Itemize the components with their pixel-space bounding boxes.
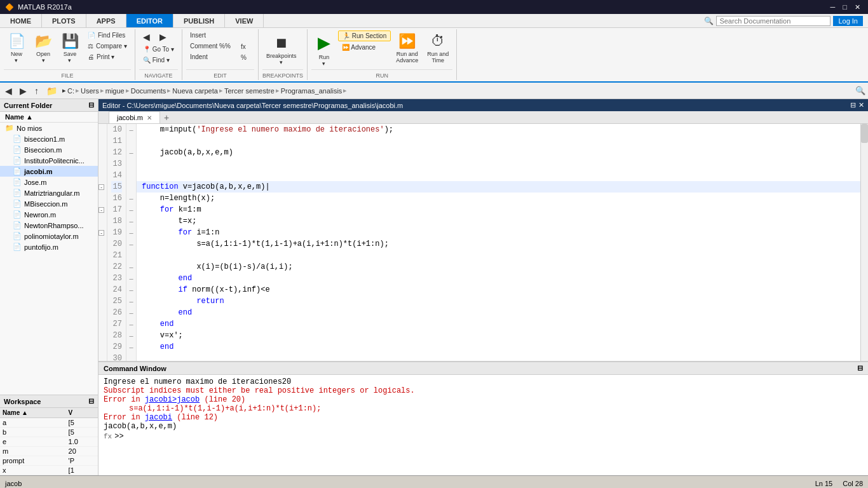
open-button[interactable]: 📂 Open▾ [31,30,56,66]
advance-button[interactable]: ⏩ Advance [338,43,391,52]
linenum-17: 17 [111,204,122,215]
new-button[interactable]: 📄 New▾ [4,30,29,66]
run-button[interactable]: ▶ Run▾ [311,30,337,69]
file-item-matriz[interactable]: 📄 Matriztriangular.m [0,187,98,198]
line-numbers: 10 11 12 13 14 15 16 17 18 19 20 21 22 2… [107,124,126,361]
fold-box-19[interactable]: - [98,230,104,236]
breadcrumb-nueva[interactable]: Nueva carpeta [172,87,218,95]
comment-button[interactable]: Comment %% [186,41,234,51]
tab-publish[interactable]: PUBLISH [173,14,225,27]
file-item-mbiseccion[interactable]: 📄 MBiseccion.m [0,198,98,209]
fold-box-15[interactable]: - [98,184,104,190]
breadcrumb-search-icon[interactable]: 🔍 [855,86,865,95]
search-doc-area: 🔍 Log In [699,14,868,27]
tab-add-button[interactable]: + [161,112,172,123]
fx-button[interactable]: fx [237,42,250,51]
file-item-biseccion[interactable]: 📄 Biseccion.m [0,144,98,155]
breadcrumb-c[interactable]: C: [67,87,74,95]
tab-apps[interactable]: APPS [86,14,126,27]
save-button[interactable]: 💾 Save▾ [57,30,83,66]
workspace-row-b[interactable]: b [5 [0,428,98,437]
back-button[interactable]: ◀ [139,30,154,43]
find-button[interactable]: 🔍 Find ▾ [139,55,178,65]
run-and-advance-button[interactable]: ⏩ Run andAdvance [392,30,422,66]
cmd-link-jacobi-jacob[interactable]: jacobi>jacob [145,395,200,404]
current-folder-collapse[interactable]: ⊟ [88,101,94,109]
close-button[interactable]: ✕ [852,3,863,11]
file-item-puntofijo[interactable]: 📄 puntofijo.m [0,241,98,252]
fold-19[interactable]: - [98,227,107,238]
forward-button[interactable]: ▶ [156,30,171,43]
maximize-button[interactable]: □ [840,3,850,11]
login-button[interactable]: Log In [833,16,863,26]
fold-box-17[interactable]: - [98,207,104,213]
cmd-input[interactable] [126,432,863,441]
insert-button[interactable]: Insert [186,30,234,40]
breadcrumb-tercer[interactable]: Tercer semestre [224,87,275,95]
cmd-line-2: Subscript indices must either be real po… [104,386,863,395]
workspace-row-prompt[interactable]: prompt 'P [0,456,98,466]
breakpoints-button[interactable]: ⏹ Breakpoints▾ [262,32,301,68]
workspace-val-b: [5 [66,428,98,437]
fold-15[interactable]: - [98,181,107,193]
breadcrumb-users[interactable]: Users [81,87,99,95]
workspace-collapse[interactable]: ⊟ [88,397,94,405]
edit-group-label: EDIT [186,69,254,79]
code-line-12: jacob(a,b,x,e,m) [137,147,860,158]
linenum-18: 18 [111,215,122,227]
fold-21 [98,250,107,261]
file-item-nomios[interactable]: 📁 No mios [0,123,98,133]
tab-plots[interactable]: PLOTS [42,14,86,27]
cmd-link-jacobi[interactable]: jacobi [145,413,172,422]
command-content[interactable]: Ingrese el numero maximo de iteraciones2… [98,375,868,475]
scrollbar-thumb[interactable] [861,124,868,143]
fold-17[interactable]: - [98,204,107,215]
toolbar-up-button[interactable]: ↑ [32,85,41,97]
code-area[interactable]: m=input('Ingrese el numero maximo de ite… [137,124,860,361]
cmd-prompt-line[interactable]: fx >> [104,432,863,441]
workspace-row-m[interactable]: m 20 [0,447,98,456]
name-col-header[interactable]: Name ▲ [0,112,98,123]
editor-restore-button[interactable]: ⊟ [850,101,856,109]
toolbar-back-button[interactable]: ◀ [3,85,15,97]
tab-label-jacobi: jacobi.m [117,114,143,121]
compare-button[interactable]: ⚖ Compare ▾ [84,41,131,51]
fold-13 [98,158,107,170]
breadcrumb-migue[interactable]: migue [105,87,125,95]
toolbar-browse-button[interactable]: 📁 [44,85,60,97]
file-item-biseccion1[interactable]: 📄 biseccion1.m [0,133,98,144]
tab-jacobi[interactable]: jacobi.m ✕ [109,111,160,123]
command-window-expand[interactable]: ⊟ [857,364,863,372]
workspace-row-x[interactable]: x [1 [0,466,98,475]
file-item-newron[interactable]: 📄 Newron.m [0,209,98,220]
file-item-instituto[interactable]: 📄 InstitutoPolitecnic... [0,155,98,166]
file-item-jacobi[interactable]: 📄 jacobi.m [0,166,98,177]
goto-button[interactable]: 📍 Go To ▾ [139,44,178,54]
print-button[interactable]: 🖨 Print ▾ [84,52,131,62]
search-doc-input[interactable] [716,16,831,26]
file-item-jose[interactable]: 📄 Jose.m [0,177,98,187]
breadcrumb-documents[interactable]: Documents [131,87,166,95]
comment2-button[interactable]: % [237,53,250,62]
run-section-button[interactable]: 🏃 Run Section [338,30,391,41]
dash-30 [126,353,136,361]
file-item-newton[interactable]: 📄 NewtonRhampso... [0,220,98,231]
workspace-row-a[interactable]: a [5 [0,418,98,428]
fold-23 [98,273,107,284]
breadcrumb-programas[interactable]: Programas_analisis [281,87,342,95]
workspace-row-e[interactable]: e 1.0 [0,437,98,447]
minimize-button[interactable]: ─ [828,3,838,11]
editor-close-button[interactable]: ✕ [858,101,864,109]
tab-home[interactable]: HOME [0,14,42,27]
code-line-24: if norm((x-t),inf)<e [137,284,860,295]
tab-view[interactable]: VIEW [225,14,264,27]
tab-close-jacobi[interactable]: ✕ [147,114,152,121]
run-and-time-button[interactable]: ⏱ Run andTime [423,30,452,66]
editor-scrollbar[interactable] [860,124,868,361]
file-item-polinomio[interactable]: 📄 polinomiotaylor.m [0,231,98,241]
toolbar-forward-button[interactable]: ▶ [17,85,29,97]
linenum-30: 30 [111,353,122,361]
indent-button[interactable]: Indent [186,52,234,62]
find-files-button[interactable]: 📄 Find Files [84,30,131,40]
tab-editor[interactable]: EDITOR [126,14,173,27]
